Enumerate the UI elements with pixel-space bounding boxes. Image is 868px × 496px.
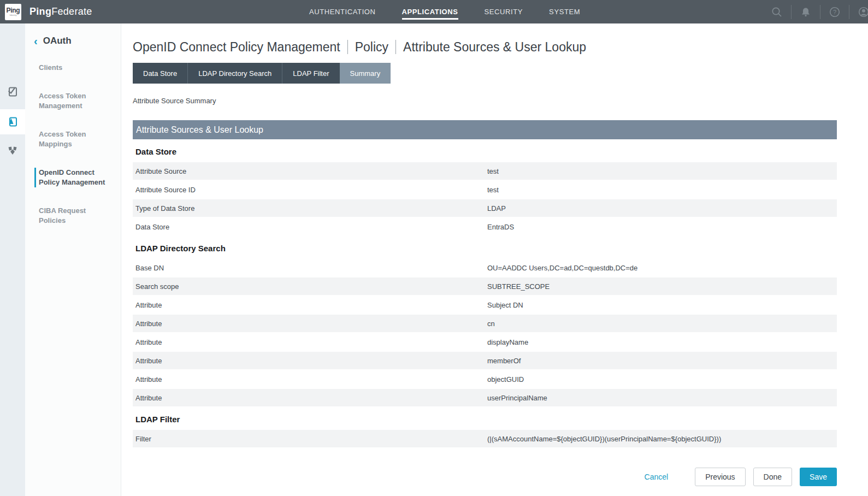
attribute-row: Type of Data Store LDAP xyxy=(133,199,837,217)
product-name: PingFederate xyxy=(29,6,92,17)
row-value: SUBTREE_SCOPE xyxy=(487,282,837,291)
attribute-row: Attribute Subject DN xyxy=(133,296,837,314)
page-title: OpenID Connect Policy ManagementPolicyAt… xyxy=(133,23,837,55)
cancel-link[interactable]: Cancel xyxy=(645,473,669,481)
check-square-icon[interactable] xyxy=(0,79,25,104)
row-label: Data Store xyxy=(135,223,487,231)
attribute-row: Attribute Source test xyxy=(133,162,837,180)
section-heading: LDAP Filter xyxy=(135,415,837,424)
section-rows: Filter (|(sAMAccountName=${objectGUID})(… xyxy=(133,429,837,448)
row-value: objectGUID xyxy=(487,375,837,383)
sidebar-item-clients[interactable]: Clients xyxy=(25,62,121,73)
tab-data-store[interactable]: Data Store xyxy=(133,63,188,84)
row-label: Attribute xyxy=(135,320,487,328)
top-navbar: Ping Identity PingFederate AUTHENTICATIO… xyxy=(0,0,868,23)
sidebar-item-access-token-management[interactable]: Access Token Management xyxy=(25,91,121,111)
sidebar-title: OAuth xyxy=(43,36,72,46)
module-rail xyxy=(0,23,25,496)
section-rows: Base DN OU=AADDC Users,DC=ad,DC=questdb,… xyxy=(133,258,837,407)
svg-text:?: ? xyxy=(833,9,836,15)
row-value: OU=AADDC Users,DC=ad,DC=questdb,DC=de xyxy=(487,264,837,272)
sidebar-item-ciba-request-policies[interactable]: CIBA Request Policies xyxy=(25,206,121,226)
sidebar-item-access-token-mappings[interactable]: Access Token Mappings xyxy=(25,129,121,149)
nav-applications[interactable]: APPLICATIONS xyxy=(402,4,458,20)
pen-square-icon[interactable] xyxy=(0,109,25,134)
row-value: Subject DN xyxy=(487,301,837,309)
paw-icon[interactable] xyxy=(0,138,25,163)
row-label: Search scope xyxy=(135,282,487,291)
primary-nav: AUTHENTICATION APPLICATIONS SECURITY SYS… xyxy=(309,0,580,23)
sidebar-item-openid-connect-policy-management[interactable]: OpenID Connect Policy Management xyxy=(25,168,121,187)
search-icon[interactable] xyxy=(763,5,791,19)
row-value: EntraDS xyxy=(487,223,837,231)
summary-section: LDAP Directory Search Base DN OU=AADDC U… xyxy=(133,244,837,407)
row-label: Attribute xyxy=(135,394,487,402)
summary-band-title: Attribute Sources & User Lookup xyxy=(133,120,837,139)
title-divider xyxy=(347,40,348,54)
attribute-row: Search scope SUBTREE_SCOPE xyxy=(133,277,837,296)
save-button[interactable]: Save xyxy=(800,468,837,486)
page-title-part1: OpenID Connect Policy Management xyxy=(133,40,340,54)
user-icon[interactable] xyxy=(849,5,868,19)
main-content: OpenID Connect Policy ManagementPolicyAt… xyxy=(121,23,868,496)
tab-ldap-directory-search[interactable]: LDAP Directory Search xyxy=(188,63,282,84)
page-title-part2: Policy xyxy=(355,40,388,54)
row-label: Type of Data Store xyxy=(135,204,487,212)
row-label: Base DN xyxy=(135,264,487,272)
sidebar-item-label: Clients xyxy=(34,63,62,73)
pingfederate-app: Ping Identity PingFederate AUTHENTICATIO… xyxy=(0,0,868,496)
help-icon[interactable]: ? xyxy=(820,5,849,19)
tab-ldap-filter[interactable]: LDAP Filter xyxy=(282,63,339,84)
section-heading: Data Store xyxy=(135,147,837,156)
previous-button[interactable]: Previous xyxy=(695,468,745,486)
sidebar-item-label: Access Token Mappings xyxy=(34,129,105,149)
done-button[interactable]: Done xyxy=(753,468,792,486)
sidebar-item-label: Access Token Management xyxy=(34,91,105,111)
row-label: Attribute xyxy=(135,338,487,346)
row-value: (|(sAMAccountName=${objectGUID})(userPri… xyxy=(487,435,837,443)
product-name-rest: Federate xyxy=(51,6,92,17)
product-name-bold: Ping xyxy=(29,6,51,17)
row-value: test xyxy=(487,186,837,194)
row-value: displayName xyxy=(487,338,837,346)
section-rows: Attribute Source test Attribute Source I… xyxy=(133,162,837,236)
back-to-oauth[interactable]: ‹ OAuth xyxy=(25,36,121,46)
attribute-row: Attribute userPrincipalName xyxy=(133,388,837,407)
attribute-row: Attribute displayName xyxy=(133,333,837,351)
ping-identity-logo[interactable]: Ping Identity xyxy=(5,4,21,20)
row-label: Filter xyxy=(135,435,487,443)
row-value: LDAP xyxy=(487,204,837,212)
title-divider xyxy=(395,40,396,54)
logo-subtext: Identity xyxy=(10,14,17,16)
attribute-row: Attribute Source ID test xyxy=(133,180,837,199)
page-title-part3: Attribute Sources & User Lookup xyxy=(403,40,586,54)
attribute-row: Attribute memberOf xyxy=(133,351,837,370)
summary-caption: Attribute Source Summary xyxy=(133,97,837,105)
row-value: userPrincipalName xyxy=(487,394,837,402)
row-value: test xyxy=(487,167,837,175)
row-value: memberOf xyxy=(487,357,837,365)
header-icon-group: ? xyxy=(763,0,868,23)
sidebar-item-label: CIBA Request Policies xyxy=(34,206,105,226)
wizard-tabs: Data Store LDAP Directory Search LDAP Fi… xyxy=(133,63,837,84)
row-label: Attribute Source ID xyxy=(135,186,487,194)
nav-authentication[interactable]: AUTHENTICATION xyxy=(309,4,376,20)
section-heading: LDAP Directory Search xyxy=(135,244,837,253)
oauth-sidebar: ‹ OAuth Clients Access Token Management … xyxy=(25,23,121,496)
attribute-row: Filter (|(sAMAccountName=${objectGUID})(… xyxy=(133,429,837,448)
row-value: cn xyxy=(487,320,837,328)
tab-summary[interactable]: Summary xyxy=(340,63,391,84)
row-label: Attribute xyxy=(135,375,487,383)
bell-icon[interactable] xyxy=(791,5,820,19)
summary-sections: Data Store Attribute Source test Attribu… xyxy=(133,147,837,448)
attribute-row: Base DN OU=AADDC Users,DC=ad,DC=questdb,… xyxy=(133,258,837,277)
nav-system[interactable]: SYSTEM xyxy=(549,4,580,20)
sidebar-item-label: OpenID Connect Policy Management xyxy=(34,168,105,187)
attribute-row: Attribute cn xyxy=(133,314,837,333)
attribute-row: Attribute objectGUID xyxy=(133,370,837,388)
row-label: Attribute xyxy=(135,357,487,365)
footer-actions: Cancel Previous Done Save xyxy=(133,468,837,486)
nav-security[interactable]: SECURITY xyxy=(485,4,523,20)
row-label: Attribute Source xyxy=(135,167,487,175)
logo-text: Ping xyxy=(7,8,20,14)
